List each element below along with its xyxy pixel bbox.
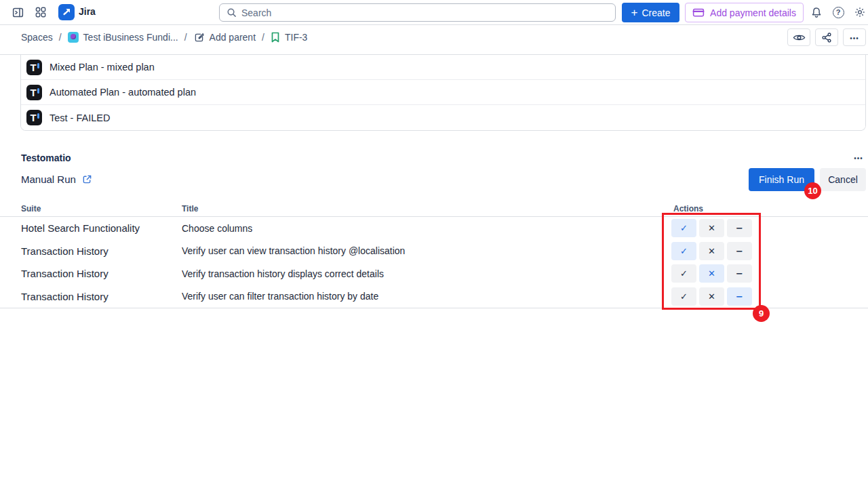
column-header-title: Title — [182, 204, 671, 214]
breadcrumb-separator: / — [184, 32, 187, 43]
sidebar-toggle-icon[interactable] — [9, 4, 26, 20]
plans-list-panel: T Mixed Plan - mixed plan T Automated Pl… — [20, 55, 866, 131]
section-more-icon[interactable] — [850, 150, 867, 164]
table-header-row: Suite Title Actions — [0, 201, 868, 217]
annotation-badge-10: 10 — [804, 182, 821, 199]
jira-app-window: Jira + Create Add payment details ? — [0, 0, 868, 488]
app-switcher-icon[interactable] — [33, 4, 49, 20]
mark-failed-button[interactable]: ✕ — [699, 287, 724, 306]
manual-run-link[interactable]: Manual Run — [21, 174, 92, 185]
mark-failed-button[interactable]: ✕ — [699, 219, 724, 237]
mark-failed-button[interactable]: ✕ — [699, 242, 724, 260]
credit-card-icon — [692, 7, 705, 18]
breadcrumb-spaces[interactable]: Spaces — [21, 32, 53, 43]
table-row: Transaction History Verify transaction h… — [0, 262, 868, 285]
mark-passed-button[interactable]: ✓ — [671, 242, 696, 260]
cancel-button[interactable]: Cancel — [820, 168, 866, 191]
testomatio-logo-icon: T — [26, 85, 42, 100]
more-options-icon[interactable] — [843, 28, 866, 46]
share-icon[interactable] — [815, 28, 838, 46]
create-button[interactable]: + Create — [622, 3, 679, 22]
app-title: Jira — [79, 6, 96, 17]
table-row: Transaction History Verify user can filt… — [0, 285, 868, 308]
mark-passed-button[interactable]: ✓ — [671, 287, 696, 306]
test-run-table: Suite Title Actions Hotel Search Functio… — [0, 201, 868, 308]
search-icon — [226, 7, 237, 18]
bookmark-icon — [271, 32, 280, 43]
top-navigation-bar: Jira + Create Add payment details ? — [0, 0, 868, 25]
breadcrumb: Spaces / Test iBusiness Fundi... / Add p… — [21, 25, 307, 49]
external-link-icon — [82, 174, 92, 184]
list-item[interactable]: T Test - FAILED — [21, 105, 865, 130]
breadcrumb-separator: / — [59, 32, 62, 43]
mark-skipped-button[interactable]: − — [727, 264, 752, 283]
jira-logo-icon[interactable] — [58, 4, 75, 20]
list-item[interactable]: T Automated Plan - automated plan — [21, 80, 865, 105]
settings-gear-icon[interactable] — [852, 4, 868, 20]
add-payment-details-button[interactable]: Add payment details — [685, 3, 804, 22]
table-row: Transaction History Verify user can view… — [0, 240, 868, 263]
mark-skipped-button[interactable]: − — [727, 242, 752, 260]
column-header-actions: Actions — [671, 204, 703, 214]
column-header-suite: Suite — [21, 204, 182, 214]
global-search[interactable] — [219, 3, 616, 22]
mark-failed-button[interactable]: ✕ — [699, 264, 724, 283]
notifications-bell-icon[interactable] — [808, 4, 825, 20]
mark-passed-button[interactable]: ✓ — [671, 264, 696, 283]
breadcrumb-separator: / — [262, 32, 264, 43]
testomatio-logo-icon: T — [26, 110, 42, 125]
mark-passed-button[interactable]: ✓ — [671, 219, 696, 237]
search-input[interactable] — [241, 7, 608, 18]
watch-eye-icon[interactable] — [787, 28, 810, 46]
list-item[interactable]: T Mixed Plan - mixed plan — [21, 55, 865, 80]
annotation-badge-9: 9 — [753, 305, 770, 322]
breadcrumb-bar: Spaces / Test iBusiness Fundi... / Add p… — [0, 25, 868, 54]
testomatio-logo-icon: T — [26, 60, 42, 75]
breadcrumb-add-parent[interactable]: Add parent — [193, 32, 256, 43]
breadcrumb-project[interactable]: Test iBusiness Fundi... — [68, 32, 178, 43]
edit-pencil-icon — [193, 32, 205, 43]
plus-icon: + — [631, 7, 638, 18]
help-icon[interactable]: ? — [830, 4, 846, 20]
section-title: Testomatio — [21, 152, 71, 163]
project-avatar — [68, 32, 79, 43]
mark-skipped-button[interactable]: − — [727, 219, 752, 237]
breadcrumb-issue[interactable]: TIF-3 — [271, 32, 307, 43]
mark-skipped-button[interactable]: − — [727, 287, 752, 306]
table-row: Hotel Search Functionality Choose column… — [0, 217, 868, 240]
